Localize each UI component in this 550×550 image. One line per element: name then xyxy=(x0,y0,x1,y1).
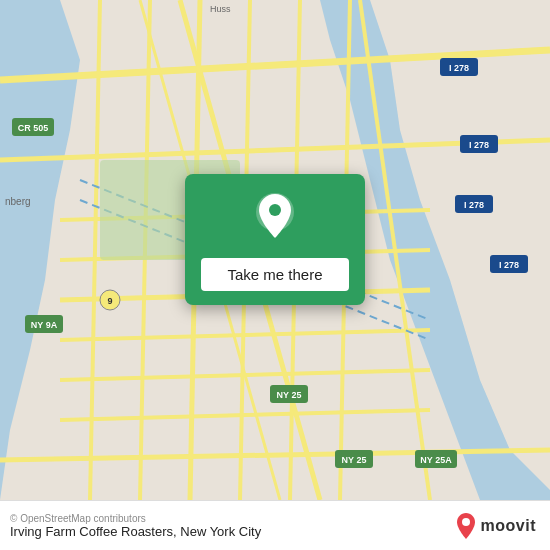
svg-text:nberg: nberg xyxy=(5,196,31,207)
svg-point-47 xyxy=(269,204,281,216)
svg-text:NY 25: NY 25 xyxy=(342,455,367,465)
moovit-text: moovit xyxy=(481,517,536,535)
footer: © OpenStreetMap contributors Irving Farm… xyxy=(0,500,550,550)
svg-text:NY 9A: NY 9A xyxy=(31,320,58,330)
place-label: Irving Farm Coffee Roasters, New York Ci… xyxy=(10,524,261,539)
moovit-logo: moovit xyxy=(455,512,536,540)
svg-text:I 278: I 278 xyxy=(464,200,484,210)
footer-left: © OpenStreetMap contributors Irving Farm… xyxy=(10,513,261,539)
location-pin-icon xyxy=(253,192,297,248)
svg-text:I 278: I 278 xyxy=(449,63,469,73)
map-container: CR 505 I 278 I 278 I 278 I 278 NY 9A 9 N… xyxy=(0,0,550,500)
svg-text:NY 25: NY 25 xyxy=(277,390,302,400)
svg-text:Huss: Huss xyxy=(210,4,231,14)
svg-text:I 278: I 278 xyxy=(469,140,489,150)
take-me-there-button[interactable]: Take me there xyxy=(201,258,349,291)
svg-point-48 xyxy=(462,518,470,526)
overlay-card: Take me there xyxy=(185,174,365,305)
svg-text:I 278: I 278 xyxy=(499,260,519,270)
svg-text:CR 505: CR 505 xyxy=(18,123,49,133)
svg-text:NY 25A: NY 25A xyxy=(420,455,452,465)
attribution-text: © OpenStreetMap contributors xyxy=(10,513,261,524)
svg-text:9: 9 xyxy=(107,296,112,306)
moovit-logo-icon xyxy=(455,512,477,540)
